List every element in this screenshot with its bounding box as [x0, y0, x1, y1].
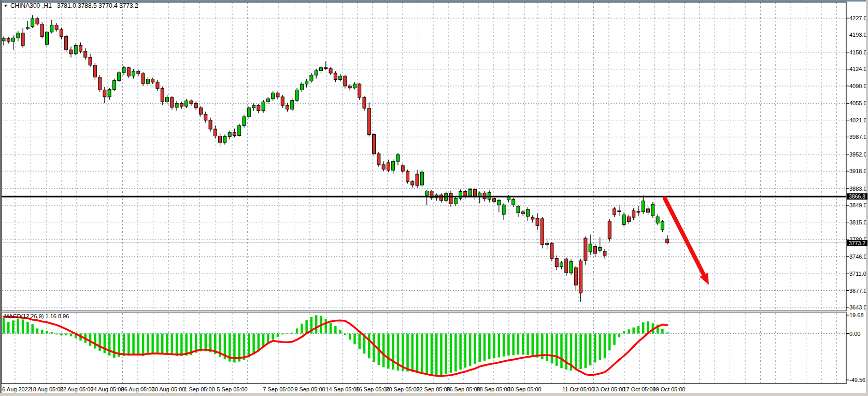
- svg-text:3883.0: 3883.0: [849, 186, 867, 192]
- svg-text:28 Sep 05:00: 28 Sep 05:00: [476, 386, 510, 392]
- svg-text:5 Sep 05:00: 5 Sep 05:00: [217, 386, 247, 392]
- macd-indicator-label: MACD(12,26,9) 1.16 8.96: [4, 313, 69, 319]
- svg-text:7 Sep 05:00: 7 Sep 05:00: [263, 386, 293, 392]
- candle: [98, 75, 102, 92]
- svg-text:3711.0: 3711.0: [849, 271, 866, 277]
- candle: [651, 202, 654, 218]
- svg-text:3815.0: 3815.0: [849, 219, 867, 225]
- svg-text:20 Sep 05:00: 20 Sep 05:00: [386, 386, 419, 392]
- svg-text:16 Sep 05:00: 16 Sep 05:00: [355, 386, 389, 392]
- svg-text:0.00: 0.00: [849, 331, 860, 337]
- candle: [65, 35, 68, 52]
- svg-text:3643.0: 3643.0: [849, 304, 867, 310]
- candle: [373, 133, 376, 157]
- pane-splitter[interactable]: [2, 311, 846, 313]
- candle: [550, 242, 553, 261]
- candle: [243, 115, 246, 128]
- candle: [46, 31, 49, 47]
- macd-values: 1.16 8.96: [45, 313, 69, 319]
- svg-text:3746.0: 3746.0: [849, 253, 867, 260]
- svg-text:19.68: 19.68: [849, 312, 864, 318]
- candle: [112, 79, 116, 91]
- candle: [358, 83, 361, 100]
- candle: [262, 100, 265, 113]
- candle: [74, 44, 77, 55]
- candle: [540, 217, 544, 248]
- svg-text:9 Sep 05:00: 9 Sep 05:00: [294, 386, 325, 392]
- svg-text:16 Aug 2022: 16 Aug 2022: [0, 386, 31, 392]
- candle: [93, 63, 96, 80]
- hline-price-tag: 3866.8: [847, 193, 867, 200]
- svg-text:3677.0: 3677.0: [849, 288, 867, 294]
- svg-text:17 Oct 05:00: 17 Oct 05:00: [623, 386, 656, 392]
- svg-text:30 Aug 05:00: 30 Aug 05:00: [152, 386, 186, 392]
- candle: [291, 98, 294, 111]
- candle: [377, 152, 380, 167]
- svg-text:-49.56: -49.56: [849, 377, 865, 383]
- candle: [295, 88, 298, 102]
- candle: [363, 96, 366, 111]
- svg-text:30 Sep 05:00: 30 Sep 05:00: [507, 386, 541, 392]
- ohlc-readout: 3781.0 3788.5 3770.4 3773.2: [57, 2, 138, 9]
- svg-text:3849.0: 3849.0: [849, 202, 867, 208]
- svg-text:19 Oct 05:00: 19 Oct 05:00: [653, 386, 686, 392]
- time-axis-labels: 16 Aug 202218 Aug 05:0022 Aug 05:0024 Au…: [0, 386, 686, 392]
- candle: [565, 258, 568, 276]
- candle: [161, 87, 164, 105]
- window-bottom-edge: [0, 393, 868, 396]
- candle: [247, 106, 250, 119]
- svg-text:22 Sep 05:00: 22 Sep 05:00: [416, 386, 450, 392]
- symbol-period-label: CHINA300-,H1: [10, 2, 52, 9]
- chart-window: 4227.04193.04158.04124.04090.04055.04021…: [0, 0, 868, 396]
- window-top-edge: [0, 0, 868, 2]
- candle: [40, 22, 44, 39]
- svg-text:4227.0: 4227.0: [849, 15, 867, 21]
- svg-text:3918.0: 3918.0: [849, 168, 867, 174]
- svg-text:24 Aug 05:00: 24 Aug 05:00: [91, 386, 124, 392]
- candle: [570, 259, 573, 275]
- svg-text:4090.0: 4090.0: [849, 83, 867, 89]
- svg-text:4055.0: 4055.0: [849, 100, 867, 106]
- candle: [420, 169, 423, 187]
- svg-text:18 Aug 05:00: 18 Aug 05:00: [30, 386, 64, 392]
- chart-canvas[interactable]: 4227.04193.04158.04124.04090.04055.04021…: [0, 0, 868, 396]
- svg-text:11 Oct 05:00: 11 Oct 05:00: [562, 386, 594, 392]
- candle: [118, 71, 121, 82]
- chart-title: ▼CHINA300-,H13781.0 3788.5 3770.4 3773.2: [4, 2, 138, 9]
- svg-text:13 Oct 05:00: 13 Oct 05:00: [593, 386, 625, 392]
- candle: [406, 169, 409, 183]
- svg-text:14 Sep 05:00: 14 Sep 05:00: [325, 386, 359, 392]
- window-left-edge: [0, 0, 2, 394]
- svg-text:4193.0: 4193.0: [849, 32, 867, 38]
- svg-text:4124.0: 4124.0: [849, 66, 867, 72]
- main-pane[interactable]: [2, 2, 846, 311]
- svg-text:4158.0: 4158.0: [849, 49, 867, 55]
- current-price-tag: 3773.2: [847, 240, 867, 246]
- candle: [584, 236, 587, 264]
- svg-text:3952.0: 3952.0: [849, 151, 867, 158]
- svg-text:22 Aug 05:00: 22 Aug 05:00: [60, 386, 94, 392]
- svg-text:26 Aug 05:00: 26 Aug 05:00: [121, 386, 155, 392]
- collapse-icon[interactable]: ▼: [4, 4, 8, 8]
- svg-text:26 Sep 05:00: 26 Sep 05:00: [446, 386, 480, 392]
- svg-text:1 Sep 05:00: 1 Sep 05:00: [184, 386, 215, 392]
- svg-text:3987.0: 3987.0: [849, 134, 867, 140]
- candle: [238, 124, 241, 137]
- svg-text:4021.0: 4021.0: [849, 117, 867, 123]
- candle: [608, 219, 611, 242]
